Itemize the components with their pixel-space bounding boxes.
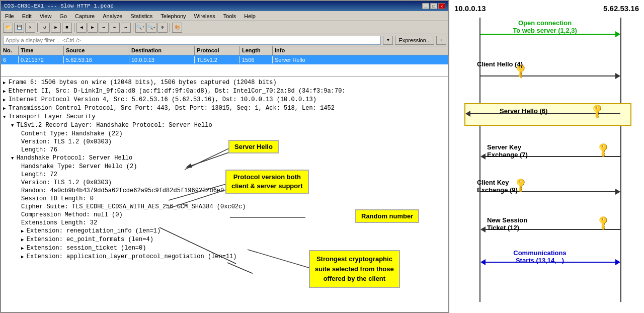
menu-edit[interactable]: Edit	[20, 13, 34, 20]
menu-bar: File Edit View Go Capture Analyze Statis…	[1, 11, 448, 21]
detail-hs-type: Handshake Type: Server Hello (2)	[3, 163, 446, 171]
expression-button[interactable]: Expression...	[395, 36, 434, 45]
toolbar-restart[interactable]: ↺	[40, 23, 50, 33]
col-info: Info	[273, 46, 448, 55]
toolbar-close[interactable]: ✕	[25, 23, 35, 33]
packet-list-header: No. Time Source Destination Protocol Len…	[1, 46, 448, 55]
toolbar-zoom-out[interactable]: 🔍-	[146, 23, 156, 33]
toolbar-sep2	[74, 23, 74, 32]
label-client-hello: Client Hello (4)	[477, 60, 523, 68]
detail-frame[interactable]: Frame 6: 1506 bytes on wire (12048 bits)…	[3, 79, 446, 87]
minimize-button[interactable]: _	[422, 3, 429, 9]
menu-help[interactable]: Help	[242, 13, 258, 20]
col-length: Length	[240, 46, 273, 55]
left-ip-label: 10.0.0.13	[454, 4, 486, 13]
label-open-connection: Open connectionTo web server (1,2,3)	[490, 19, 600, 34]
filter-add-button[interactable]: +	[436, 36, 446, 45]
toolbar-first[interactable]: ⇤	[110, 23, 120, 33]
toolbar-coloring[interactable]: 🎨	[172, 23, 182, 33]
detail-ext-ec[interactable]: Extension: ec_point_formats (len=4)	[3, 236, 446, 244]
toolbar-zoom-in[interactable]: 🔍+	[135, 23, 145, 33]
maximize-button[interactable]: □	[430, 3, 437, 9]
label-server-hello: Server Hello (6)	[500, 107, 547, 115]
label-communications: CommunicationsStarts (13,14,...)	[490, 249, 590, 264]
toolbar-sep3	[133, 23, 133, 32]
toolbar-sep4	[170, 23, 170, 32]
toolbar-back[interactable]: ◀	[76, 23, 87, 33]
menu-analyze[interactable]: Analyze	[101, 13, 124, 20]
svg-line-2	[227, 263, 253, 278]
filter-dropdown[interactable]: ▼	[383, 36, 393, 45]
toolbar-start[interactable]: ▶	[51, 23, 61, 33]
cell-no: 6	[1, 56, 19, 63]
detail-panel[interactable]: Frame 6: 1506 bytes on wire (12048 bits)…	[1, 76, 448, 312]
detail-version1: Version: TLS 1.2 (0x0303)	[3, 138, 446, 146]
label-session-ticket: New SessionTicket (12)	[487, 216, 527, 231]
detail-handshake[interactable]: Handshake Protocol: Server Hello	[3, 154, 446, 163]
title-bar-controls: _ □ ✕	[422, 3, 445, 9]
right-vert-line	[620, 18, 621, 302]
menu-capture[interactable]: Capture	[73, 13, 97, 20]
toolbar-open[interactable]: 📂	[3, 23, 13, 33]
toolbar-save[interactable]: 💾	[14, 23, 24, 33]
right-ip-label: 5.62.53.16	[603, 4, 639, 13]
toolbar-sep1	[37, 23, 38, 32]
label-server-key-exchange: Server KeyExchange (7)	[487, 143, 528, 159]
detail-length1: Length: 76	[3, 146, 446, 154]
arrow-client-hello	[480, 73, 620, 79]
cell-src: 5.62.53.16	[64, 56, 129, 63]
detail-tls-record[interactable]: TLSv1.2 Record Layer: Handshake Protocol…	[3, 121, 446, 130]
diagram-panel: 10.0.0.13 5.62.53.16 Open connectionTo w…	[449, 0, 644, 313]
detail-ipv4[interactable]: Internet Protocol Version 4, Src: 5.62.5…	[3, 96, 446, 104]
wireshark-window: CO3-CH3c-EX1 --- Slow HTTP 1.pcap _ □ ✕ …	[0, 0, 449, 313]
toolbar-stop[interactable]: ■	[62, 23, 72, 33]
display-filter-input[interactable]	[3, 36, 381, 45]
cell-dst: 10.0.0.13	[129, 56, 195, 63]
cell-info: Server Hello	[273, 56, 448, 63]
filter-bar: ▼ Expression... +	[1, 34, 448, 46]
window-title: CO3-CH3c-EX1 --- Slow HTTP 1.pcap	[4, 3, 114, 9]
label-client-key-exchange: Client KeyExchange (9)	[477, 179, 518, 194]
menu-file[interactable]: File	[3, 13, 16, 20]
menu-statistics[interactable]: Statistics	[128, 13, 154, 20]
cell-len: 1506	[240, 56, 273, 63]
cell-proto: TLSv1.2	[195, 56, 240, 63]
detail-tls[interactable]: Transport Layer Security	[3, 113, 446, 121]
detail-hs-version: Version: TLS 1.2 (0x0303)	[3, 179, 446, 187]
col-protocol: Protocol	[195, 46, 240, 55]
callout-random-number: Random number	[355, 209, 419, 223]
title-bar: CO3-CH3c-EX1 --- Slow HTTP 1.pcap _ □ ✕	[1, 1, 448, 11]
detail-ext-reneg[interactable]: Extension: renegotiation_info (len=1)	[3, 227, 446, 236]
toolbar-zoom-reset[interactable]: ⊙	[157, 23, 168, 33]
detail-hs-length: Length: 72	[3, 171, 446, 179]
toolbar-last[interactable]: ⇥	[121, 23, 131, 33]
toolbar: 📂 💾 ✕ ↺ ▶ ■ ◀ ▶ ⇥ ⇤ ⇥ 🔍+ 🔍- ⊙ 🎨	[1, 21, 448, 34]
menu-tools[interactable]: Tools	[221, 13, 238, 20]
toolbar-jump[interactable]: ⇥	[99, 23, 109, 33]
callout-cipher-suite: Strongest cryptographicsuite selected fr…	[309, 250, 400, 288]
packet-list: No. Time Source Destination Protocol Len…	[1, 46, 448, 76]
detail-content-type: Content Type: Handshake (22)	[3, 130, 446, 138]
detail-session-id: Session ID Length: 0	[3, 195, 446, 203]
cell-time: 0.211372	[19, 56, 64, 63]
packet-row[interactable]: 6 0.211372 5.62.53.16 10.0.0.13 TLSv1.2 …	[1, 55, 448, 64]
menu-go[interactable]: Go	[57, 13, 69, 20]
col-source: Source	[64, 46, 129, 55]
detail-ethernet[interactable]: Ethernet II, Src: D-LinkIn_9f:0a:d8 (ac:…	[3, 87, 446, 96]
detail-random: Random: 4a0cb9b4b4379dd5a62fcde62a95c9fd…	[3, 187, 446, 195]
callout-protocol-version: Protocol version bothclient & server sup…	[225, 170, 309, 194]
toolbar-forward[interactable]: ▶	[88, 23, 98, 33]
callout-server-hello: Server Hello	[228, 140, 279, 153]
col-no: No.	[1, 46, 19, 55]
col-time: Time	[19, 46, 64, 55]
close-button[interactable]: ✕	[438, 3, 445, 9]
menu-telephony[interactable]: Telephony	[158, 13, 188, 20]
detail-tcp[interactable]: Transmission Control Protocol, Src Port:…	[3, 104, 446, 113]
menu-wireless[interactable]: Wireless	[192, 13, 217, 20]
packet-rows: 6 0.211372 5.62.53.16 10.0.0.13 TLSv1.2 …	[1, 55, 448, 64]
menu-view[interactable]: View	[38, 13, 54, 20]
col-destination: Destination	[129, 46, 195, 55]
